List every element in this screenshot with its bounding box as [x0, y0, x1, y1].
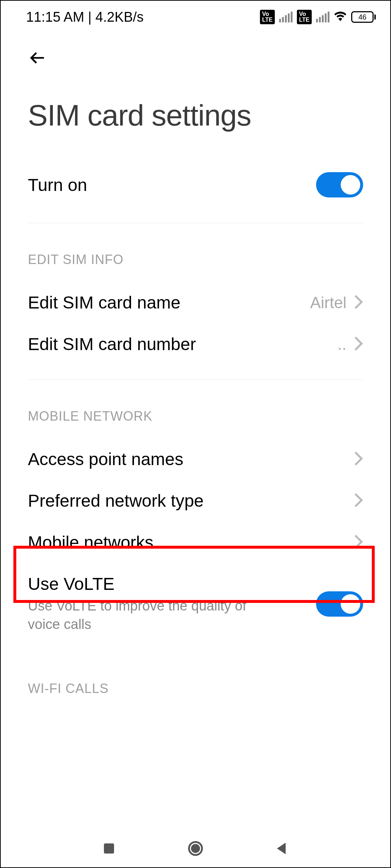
volte-toggle[interactable] — [316, 591, 363, 617]
chevron-right-icon — [354, 294, 363, 311]
chevron-right-icon — [354, 336, 363, 353]
section-header-mobile-network: MOBILE NETWORK — [28, 380, 363, 438]
volte-label: Use VoLTE — [28, 574, 281, 594]
nav-back-icon[interactable] — [273, 840, 291, 859]
edit-sim-name-row[interactable]: Edit SIM card name Airtel — [28, 282, 363, 323]
chevron-right-icon — [354, 492, 363, 510]
status-time-speed: 11:15 AM | 4.2KB/s — [26, 9, 144, 25]
section-header-edit-sim: EDIT SIM INFO — [28, 223, 363, 282]
chevron-right-icon — [354, 451, 363, 468]
edit-sim-name-label: Edit SIM card name — [28, 293, 181, 312]
status-indicators: VoLTE VoLTE 46 — [260, 10, 376, 24]
signal-icon-sim1 — [279, 12, 293, 22]
page-title: SIM card settings — [1, 77, 390, 161]
mobile-networks-row[interactable]: Mobile networks — [28, 522, 363, 563]
turn-on-label: Turn on — [28, 175, 87, 195]
nav-home-icon[interactable] — [187, 840, 204, 859]
preferred-network-label: Preferred network type — [28, 491, 204, 511]
navigation-bar — [1, 831, 390, 867]
turn-on-row[interactable]: Turn on — [28, 161, 363, 208]
section-header-wifi-calls: WI-FI CALLS — [28, 645, 363, 711]
edit-sim-number-row[interactable]: Edit SIM card number .. — [28, 323, 363, 365]
apn-label: Access point names — [28, 449, 184, 469]
volte-description: Use VoLTE to improve the quality of voic… — [28, 597, 281, 634]
volte-badge-sim1: VoLTE — [260, 10, 275, 24]
nav-recent-icon[interactable] — [100, 840, 118, 859]
svg-point-2 — [192, 845, 199, 852]
volte-badge-sim2: VoLTE — [297, 10, 312, 24]
volte-row[interactable]: Use VoLTE Use VoLTE to improve the quali… — [28, 563, 363, 645]
wifi-icon — [334, 10, 347, 24]
status-bar: 11:15 AM | 4.2KB/s VoLTE VoLTE 46 — [1, 1, 390, 33]
chevron-right-icon — [354, 534, 363, 551]
back-icon[interactable] — [28, 63, 48, 69]
edit-sim-number-value: .. — [338, 335, 346, 353]
mobile-networks-label: Mobile networks — [28, 532, 154, 552]
battery-indicator: 46 — [351, 11, 376, 23]
edit-sim-number-label: Edit SIM card number — [28, 334, 196, 354]
apn-row[interactable]: Access point names — [28, 438, 363, 480]
turn-on-toggle[interactable] — [316, 172, 363, 197]
svg-rect-0 — [104, 843, 114, 854]
preferred-network-type-row[interactable]: Preferred network type — [28, 480, 363, 522]
edit-sim-name-value: Airtel — [310, 294, 346, 312]
signal-icon-sim2 — [316, 12, 329, 22]
header — [1, 33, 390, 77]
